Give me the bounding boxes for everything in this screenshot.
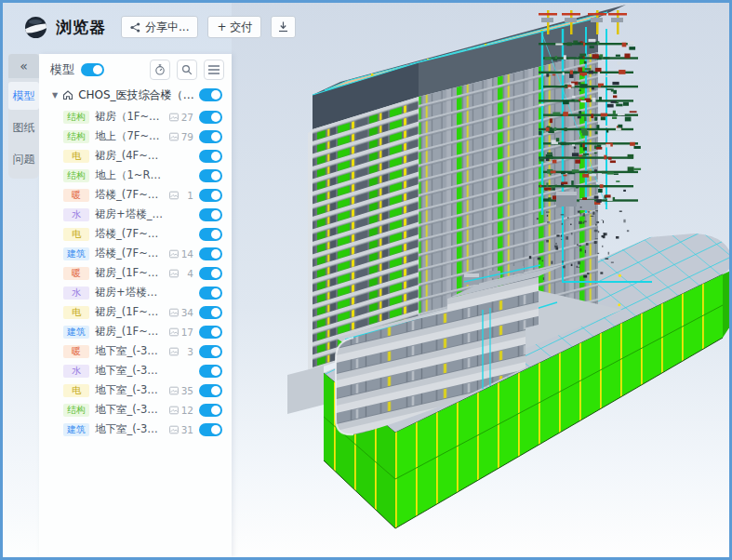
- layer-name: 地下室_(-3F~-1F)_电气: [95, 383, 164, 397]
- model-layer-row[interactable]: 建筑 裙房_(1F~6F)_建筑 17: [39, 322, 232, 341]
- drawing-count-icon: [169, 347, 179, 356]
- drawing-count-value: 17: [180, 327, 193, 338]
- drawing-count-value: 4: [180, 268, 193, 279]
- layer-visibility-toggle[interactable]: [199, 130, 222, 143]
- model-layer-row[interactable]: 结构 裙房（1F~6F）_结构... 27: [39, 107, 232, 127]
- panel-title: 模型: [50, 61, 74, 78]
- drawing-count-icon: [169, 113, 179, 122]
- discipline-tag: 电: [63, 384, 89, 397]
- layer-visibility-toggle[interactable]: [199, 267, 222, 280]
- layer-name: 裙房_(1F~3F)_电气: [95, 305, 164, 319]
- discipline-tag: 水: [63, 208, 89, 221]
- model-layer-row[interactable]: 暖 塔楼_(7F~RF)_暖通 1: [39, 185, 232, 205]
- drawing-count: 4: [169, 268, 193, 279]
- drawing-count: 12: [169, 405, 193, 416]
- model-layer-list: 结构 裙房（1F~6F）_结构... 27 结构 地上（7F~RF)）_结构..…: [39, 105, 232, 439]
- rail-tab-model[interactable]: 模型: [8, 82, 39, 110]
- model-layer-row[interactable]: 水 裙房+塔楼_（1F~RF)...: [39, 205, 232, 224]
- layer-name: 地上（1~RF)_结构: [95, 168, 164, 182]
- model-layer-row[interactable]: 建筑 地下室_(-3F~-1F)_建筑 31: [39, 420, 232, 439]
- download-icon: [278, 21, 288, 33]
- share-button[interactable]: 分享中...: [121, 16, 198, 38]
- layer-visibility-toggle[interactable]: [199, 404, 222, 417]
- drawing-count-value: 27: [180, 112, 193, 123]
- layer-visibility-toggle[interactable]: [199, 169, 222, 182]
- page-title: 浏览器: [56, 17, 106, 38]
- home-icon: [62, 89, 73, 100]
- layer-name: 塔楼_(7F~RF)_建筑: [95, 247, 164, 260]
- layer-name: 裙房（1F~6F）_结构...: [95, 110, 164, 124]
- discipline-tag: 结构: [63, 169, 89, 182]
- rail-tab-issues[interactable]: 问题: [8, 145, 39, 173]
- deliver-button[interactable]: + 交付: [207, 16, 261, 38]
- search-button[interactable]: [177, 60, 197, 80]
- layer-visibility-toggle[interactable]: [199, 345, 222, 358]
- caret-down-icon[interactable]: ▼: [52, 91, 58, 100]
- drawing-count-value: 3: [180, 346, 193, 357]
- layer-name: 裙房+塔楼_（1F~RF)...: [95, 207, 164, 221]
- drawing-count: 17: [169, 327, 193, 338]
- model-layer-row[interactable]: 水 裙房+塔楼（1F~RF)_...: [39, 283, 232, 302]
- model-layer-row[interactable]: 水 地下室_(-3F~-1F)_给...: [39, 361, 232, 380]
- discipline-tag: 暖: [63, 345, 89, 358]
- rail-tab-drawings[interactable]: 图纸: [8, 113, 39, 141]
- history-button[interactable]: [150, 60, 170, 80]
- model-layer-row[interactable]: 暖 地下室_(-3F~-1F)_暖通 3: [39, 341, 232, 361]
- model-panel: 模型 ▼: [39, 54, 232, 557]
- discipline-tag: 水: [63, 365, 89, 378]
- layer-name: 裙房_(1F~6F)_暖通: [95, 266, 164, 280]
- app-window: 浏览器 分享中... + 交付 « 模型图纸问题 模型: [0, 0, 732, 560]
- panel-header: 模型: [39, 54, 232, 85]
- model-layer-row[interactable]: 电 裙房_(4F~6F)_电气: [39, 146, 232, 166]
- layer-visibility-toggle[interactable]: [199, 189, 222, 202]
- model-layer-row[interactable]: 结构 地上（1~RF)_结构: [39, 166, 232, 185]
- menu-button[interactable]: [204, 60, 224, 80]
- layer-visibility-toggle[interactable]: [199, 423, 222, 436]
- model-viewport[interactable]: [232, 3, 731, 557]
- model-layer-row[interactable]: 结构 地上（7F~RF)）_结构... 79: [39, 127, 232, 146]
- layer-visibility-toggle[interactable]: [199, 306, 222, 319]
- discipline-tag: 水: [63, 287, 89, 300]
- layer-visibility-toggle[interactable]: [199, 228, 222, 241]
- layer-visibility-toggle[interactable]: [199, 384, 222, 397]
- layer-visibility-toggle[interactable]: [199, 365, 222, 378]
- topbar: 浏览器 分享中... + 交付: [3, 3, 393, 51]
- model-tree-root[interactable]: ▼ CHOS_医技综合楼（17...: [39, 85, 232, 105]
- layer-visibility-toggle[interactable]: [199, 287, 222, 300]
- layer-visibility-toggle[interactable]: [199, 111, 222, 124]
- drawing-count-icon: [169, 406, 179, 415]
- drawing-count-value: 79: [180, 131, 193, 142]
- discipline-tag: 暖: [63, 189, 89, 202]
- discipline-tag: 结构: [63, 130, 89, 143]
- model-layer-row[interactable]: 电 塔楼_(7F~RF)_电气: [39, 224, 232, 244]
- discipline-tag: 结构: [63, 111, 89, 124]
- layer-name: 塔楼_(7F~RF)_暖通: [95, 188, 164, 202]
- drawing-count-icon: [169, 191, 179, 200]
- layer-visibility-toggle[interactable]: [199, 150, 222, 163]
- model-layer-row[interactable]: 建筑 塔楼_(7F~RF)_建筑 14: [39, 244, 232, 263]
- model-layer-row[interactable]: 结构 地下室_(-3F~-1F)_结构 12: [39, 400, 232, 420]
- layer-visibility-toggle[interactable]: [199, 247, 222, 260]
- drawing-count: 27: [169, 112, 193, 123]
- model-master-toggle[interactable]: [81, 63, 104, 76]
- model-layer-row[interactable]: 暖 裙房_(1F~6F)_暖通 4: [39, 263, 232, 283]
- layer-name: 地上（7F~RF)）_结构...: [95, 129, 164, 143]
- layer-visibility-toggle[interactable]: [199, 208, 222, 221]
- drawing-count: 34: [169, 307, 193, 318]
- discipline-tag: 结构: [63, 404, 89, 417]
- discipline-tag: 建筑: [63, 423, 89, 436]
- drawing-count-value: 14: [180, 248, 193, 260]
- root-visibility-toggle[interactable]: [199, 88, 222, 101]
- collapse-panel-button[interactable]: «: [8, 54, 39, 78]
- layer-visibility-toggle[interactable]: [199, 326, 222, 339]
- model-layer-row[interactable]: 电 地下室_(-3F~-1F)_电气 35: [39, 380, 232, 400]
- discipline-tag: 电: [63, 228, 89, 241]
- layer-name: 地下室_(-3F~-1F)_暖通: [95, 344, 164, 358]
- drawing-count-value: 1: [180, 190, 193, 201]
- model-layer-row[interactable]: 电 裙房_(1F~3F)_电气 34: [39, 302, 232, 322]
- discipline-tag: 建筑: [63, 326, 89, 339]
- discipline-tag: 电: [63, 150, 89, 163]
- discipline-tag: 暖: [63, 267, 89, 280]
- download-button[interactable]: [271, 16, 296, 38]
- drawing-count: 31: [169, 424, 193, 435]
